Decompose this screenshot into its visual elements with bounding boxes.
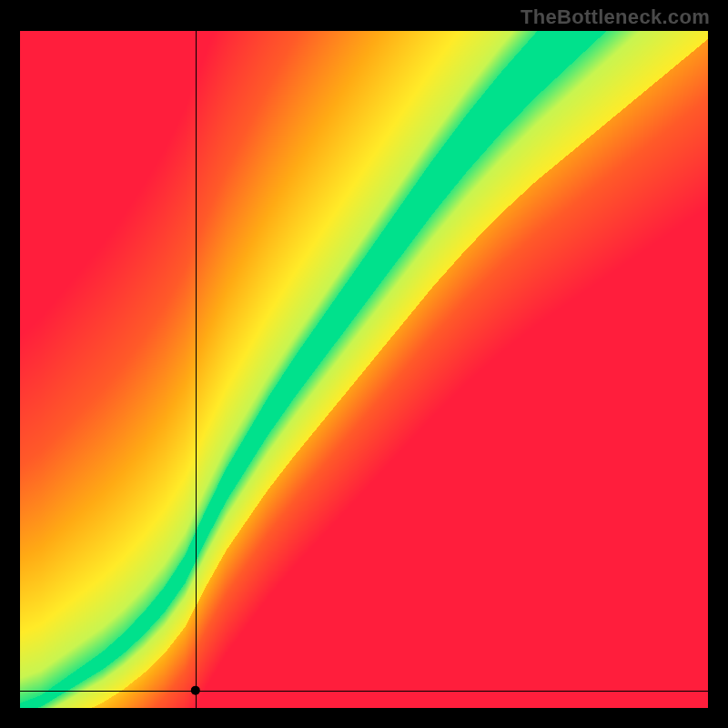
- watermark-text: TheBottleneck.com: [521, 5, 710, 29]
- heatmap-canvas: [20, 31, 708, 708]
- chart-frame: TheBottleneck.com: [0, 0, 728, 728]
- plot-area: [20, 31, 708, 708]
